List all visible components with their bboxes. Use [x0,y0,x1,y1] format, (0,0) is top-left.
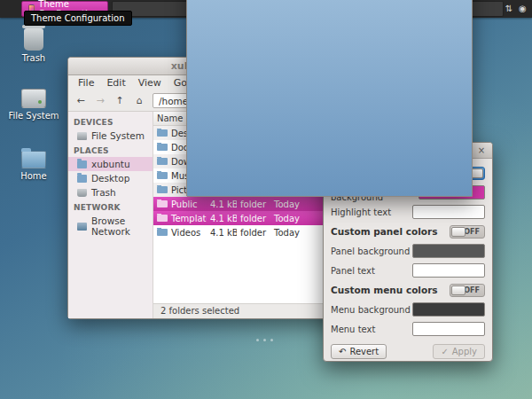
toggle-label: OFF [464,228,480,236]
folder-icon [157,229,168,236]
tooltip: Theme Configuration [24,11,132,26]
menu-view[interactable]: View [132,77,168,89]
network-icon[interactable]: ⇅ [505,0,512,18]
menu-edit[interactable]: Edit [100,77,131,89]
folder-icon [157,215,168,222]
close-icon[interactable]: × [475,143,488,159]
home-folder-icon [77,160,87,168]
back-icon[interactable]: ← [72,93,90,109]
sidebar-item-file-system[interactable]: File System [68,129,153,143]
menu-text-swatch[interactable] [412,322,485,336]
panel-text-swatch[interactable] [412,263,485,278]
folder-icon [157,144,168,151]
file-type: folder [237,214,270,223]
sidebar-item-label: Browse Network [91,215,149,237]
folder-icon [77,175,87,183]
file-name: Videos [171,228,200,238]
panel-text-label: Panel text [331,266,375,276]
revert-icon: ↶ [339,347,346,356]
file-type: folder [237,200,270,209]
file-name: Templates [171,214,207,223]
sidebar-header-network: NETWORK [68,200,153,214]
section-heading-menu: Custom menu colors [331,285,438,295]
sidebar-item-xubuntu[interactable]: xubuntu [68,157,153,171]
custom-panel-colors-toggle[interactable]: OFF [450,225,485,239]
file-name: Public [171,200,198,209]
custom-menu-colors-toggle[interactable]: OFF [450,284,485,297]
desktop-icon-home[interactable]: Home [11,151,57,181]
file-size: 4.1 kB [207,228,237,238]
toggle-label: OFF [464,286,480,294]
sidebar-item-label: Trash [91,187,116,198]
session-icon[interactable]: ◉ [519,0,527,18]
desktop-icon-label: Home [11,171,57,181]
file-size: 4.1 kB [207,200,237,209]
folder-icon [157,186,168,193]
sidebar-header-devices: DEVICES [68,114,153,129]
drive-icon [77,132,87,140]
file-size: 4.1 kB [207,214,237,223]
folder-icon [157,129,168,137]
section-heading-panel: Custom panel colors [331,226,437,237]
folder-icon [157,172,168,179]
revert-label: Revert [349,347,379,356]
sidebar-item-desktop[interactable]: Desktop [68,171,153,185]
menu-background-swatch[interactable] [412,302,485,317]
desktop-icon-label: File System [5,111,62,121]
folder-icon [157,200,168,207]
wallpaper-dots [256,339,273,341]
forward-icon[interactable]: → [91,93,109,109]
highlight-text-label: Highlight text [331,207,391,217]
sidebar-item-trash[interactable]: Trash [68,185,153,200]
desktop-icon-file-system[interactable]: File System [5,89,62,121]
desktop-icon-label: Trash [9,53,59,63]
taskbar-button-file-manager[interactable]: xubuntu - File Manager [112,1,504,17]
revert-button[interactable]: ↶ Revert [331,344,387,359]
network-icon [77,223,87,231]
panel-background-label: Panel background [331,246,410,256]
desktop-icon-trash[interactable]: Trash [9,28,59,63]
menu-background-label: Menu background [331,305,411,315]
trash-icon [77,189,87,197]
menu-text-label: Menu text [331,325,375,334]
toggle-knob [451,227,466,237]
panel-background-swatch[interactable] [412,244,485,258]
apply-label: Apply [452,347,477,356]
file-manager-icon [186,0,473,197]
trash-icon [24,28,43,51]
sidebar-item-label: xubuntu [91,159,130,169]
toggle-knob [451,286,466,295]
apply-icon: ✓ [441,347,448,356]
up-icon[interactable]: ↑ [111,93,129,109]
sidebar-item-browse-network[interactable]: Browse Network [68,214,153,239]
sidebar-header-places: PLACES [68,143,153,157]
sidebar-item-label: File System [91,130,145,141]
apply-button[interactable]: ✓ Apply [433,344,485,359]
home-icon[interactable]: ⌂ [130,93,148,109]
menu-file[interactable]: File [72,77,100,89]
sidebar: DEVICES File System PLACES xubuntu Deskt… [68,112,153,318]
sidebar-item-label: Desktop [91,173,129,184]
home-folder-icon [21,151,46,168]
folder-icon [157,158,168,165]
drive-icon [21,89,46,108]
file-type: folder [237,228,270,238]
system-tray: ⇅ ◉ 17 Apr, 17:30 [505,0,532,24]
highlight-text-swatch[interactable] [412,205,485,219]
